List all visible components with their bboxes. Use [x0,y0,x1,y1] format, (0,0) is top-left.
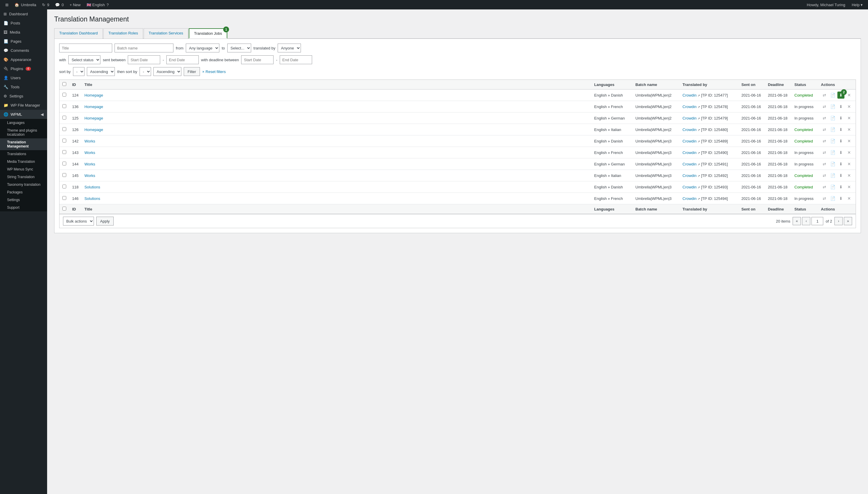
sync-icon[interactable]: ⇄ [821,160,828,168]
sync-icon[interactable]: ⇄ [821,103,828,110]
sync-icon[interactable]: ⇄ [821,184,828,190]
title-link[interactable]: Works [84,173,95,178]
title-input[interactable] [59,43,112,52]
submenu-translations[interactable]: Translations [0,150,47,158]
download-translation-icon[interactable]: ⬇ [837,160,845,168]
title-link[interactable]: Works [84,150,95,155]
row-title[interactable]: Works [81,135,591,147]
deadline-end-date[interactable] [280,55,312,64]
row-title[interactable]: Solutions [81,193,591,204]
current-page[interactable]: 1 [811,217,823,225]
translated-by-link[interactable]: Crowdin [682,93,697,97]
select-all-checkbox-footer[interactable] [62,207,66,210]
sidebar-item-wpml[interactable]: 🌐 WPML ◀ Languages Theme and plugins loc… [0,110,47,211]
row-checkbox[interactable] [62,104,66,108]
select-all-header[interactable] [59,80,69,90]
cancel-job-icon[interactable]: ✕ [846,126,853,133]
row-select-cell[interactable] [59,182,69,193]
select-all-checkbox[interactable] [62,82,66,86]
download-translation-icon[interactable]: ⬇ [837,103,845,110]
cancel-job-icon[interactable]: ✕ [846,172,853,179]
download-translation-icon[interactable]: ⬇ [837,195,845,202]
submenu-translation-management[interactable]: Translation Management [0,138,47,150]
sidebar-item-appearance[interactable]: 🎨 Appearance [0,55,47,64]
sidebar-item-plugins[interactable]: 🔌 Plugins 4 [0,64,47,73]
translated-by-link[interactable]: Crowdin [682,104,697,109]
row-title[interactable]: Homepage [81,112,591,124]
batch-name-input[interactable] [115,43,173,52]
to-language-select[interactable]: Select... [227,43,251,52]
row-checkbox[interactable] [62,162,66,166]
title-link[interactable]: Homepage [84,104,103,109]
submenu-settings[interactable]: Settings [0,196,47,204]
row-title[interactable]: Homepage [81,101,591,112]
then-sort-by-select[interactable]: - [139,67,151,76]
row-select-cell[interactable] [59,158,69,170]
download-xliff-icon[interactable]: 📄 [829,115,836,121]
sidebar-item-wp-file-manager[interactable]: 📁 WP File Manager [0,101,47,110]
row-checkbox[interactable] [62,127,66,131]
prev-page-button[interactable]: ‹ [802,217,810,225]
tab-roles[interactable]: Translation Roles [103,28,143,39]
title-link[interactable]: Homepage [84,116,103,120]
row-title[interactable]: Works [81,170,591,182]
cancel-job-icon[interactable]: ✕ [846,149,853,156]
bulk-actions-select[interactable]: Bulk actions [63,217,94,226]
row-checkbox[interactable] [62,185,66,188]
row-select-cell[interactable] [59,112,69,124]
submenu-wp-menus-sync[interactable]: WP Menus Sync [0,166,47,173]
cancel-job-icon[interactable]: ✕ [846,195,853,202]
sync-icon[interactable]: ⇄ [821,149,828,156]
download-xliff-icon[interactable]: 📄 [829,195,836,202]
row-title[interactable]: Homepage [81,90,591,101]
row-select-cell[interactable] [59,170,69,182]
row-checkbox[interactable] [62,196,66,200]
sent-end-date[interactable] [166,55,199,64]
sort-by-select[interactable]: - [73,67,84,76]
tab-services[interactable]: Translation Services [144,28,188,39]
row-title[interactable]: Works [81,147,591,158]
title-link[interactable]: Homepage [84,128,103,132]
row-title[interactable]: Homepage [81,124,591,135]
sync-icon[interactable]: ⇄ [821,126,828,133]
sync-icon[interactable]: ⇄ [821,137,828,145]
submenu-theme-plugins[interactable]: Theme and plugins localization [0,127,47,138]
translated-by-select[interactable]: Anyone [278,43,301,52]
translated-by-link[interactable]: Crowdin [682,196,697,201]
row-checkbox[interactable] [62,93,66,97]
from-language-select[interactable]: Any language [186,43,219,52]
then-sort-order-select[interactable]: Ascending [153,67,182,76]
cancel-job-icon[interactable]: ✕ [846,103,853,110]
download-translation-icon[interactable]: ⬇ 2 [837,92,845,99]
sidebar-item-dashboard[interactable]: ⊞ Dashboard [0,10,47,19]
download-translation-icon[interactable]: ⬇ [837,149,845,156]
translated-by-link[interactable]: Crowdin [682,116,697,120]
sidebar-item-tools[interactable]: 🔧 Tools [0,82,47,92]
sent-start-date[interactable] [128,55,160,64]
sidebar-item-posts[interactable]: 📄 Posts [0,19,47,28]
sync-icon[interactable]: ⇄ [821,172,828,179]
sidebar-item-comments[interactable]: 💬 Comments [0,46,47,55]
cancel-job-icon[interactable]: ✕ [846,137,853,145]
reset-filters-link[interactable]: × Reset filters [202,70,226,74]
sync-icon[interactable]: ⇄ [821,115,828,121]
submenu-languages[interactable]: Languages [0,119,47,127]
status-select[interactable]: Select status [68,55,100,64]
title-link[interactable]: Homepage [84,93,103,97]
submenu-support[interactable]: Support [0,204,47,211]
download-xliff-icon[interactable]: 📄 [829,149,836,156]
row-title[interactable]: Works [81,158,591,170]
tab-dashboard[interactable]: Translation Dashboard [54,28,103,39]
translated-by-link[interactable]: Crowdin [682,139,697,144]
admin-bar-language[interactable]: 🇬🇧 English ? [83,0,112,10]
row-title[interactable]: Solutions [81,182,591,193]
sort-order-select[interactable]: Ascending [87,67,115,76]
admin-bar-site[interactable]: 🏠 Umbrella [12,0,39,10]
cancel-job-icon[interactable]: ✕ [846,184,853,190]
download-xliff-icon[interactable]: 📄 [829,184,836,190]
download-xliff-icon[interactable]: 📄 [829,160,836,168]
download-xliff-icon[interactable]: 📄 [829,172,836,179]
help-button[interactable]: Help ▾ [849,0,866,10]
submenu-string-translation[interactable]: String Translation [0,173,47,181]
sync-icon[interactable]: ⇄ [821,195,828,202]
